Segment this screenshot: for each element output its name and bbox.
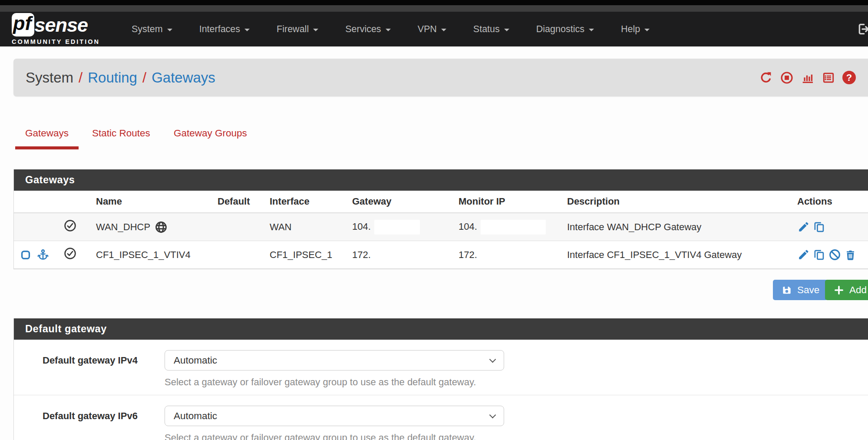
- copy-icon[interactable]: [813, 248, 825, 261]
- col-default: Default: [211, 191, 264, 213]
- description-cell: Interface WAN_DHCP Gateway: [561, 213, 791, 241]
- description-cell: Interface CF1_IPSEC_1_VTIV4 Gateway: [561, 241, 791, 269]
- globe-icon: [155, 221, 168, 234]
- breadcrumb-routing-link[interactable]: Routing: [88, 69, 137, 86]
- field-help-text: Select a gateway or failover gateway gro…: [165, 432, 868, 440]
- default-gateway-panel-title: Default gateway: [14, 318, 868, 340]
- top-gray-strip: [0, 5, 868, 12]
- plus-icon: [833, 285, 845, 296]
- chevron-down-icon: [244, 29, 250, 31]
- menu-system[interactable]: System: [118, 24, 186, 35]
- pfsense-logo-wordmark: pf sense: [12, 13, 100, 36]
- floppy-icon: [781, 285, 792, 296]
- chevron-down-icon: [489, 411, 496, 418]
- field-row-ipv4: Default gateway IPv4 Automatic Select a …: [14, 340, 868, 395]
- default-gateway-ipv4-label: Default gateway IPv4: [14, 350, 165, 388]
- square-outline-icon[interactable]: [20, 249, 31, 261]
- default-cell: [211, 241, 264, 269]
- actions-cell: [791, 241, 868, 269]
- tab-gateway-groups[interactable]: Gateway Groups: [162, 122, 259, 152]
- redacted-ip: [481, 220, 546, 235]
- gateway-cell: 104.: [346, 213, 452, 241]
- check-circle-icon: [63, 219, 77, 232]
- breadcrumb-system: System: [26, 69, 73, 86]
- copy-icon[interactable]: [813, 221, 825, 233]
- gateway-name: WAN_DHCP: [96, 222, 150, 233]
- status-cell: [57, 213, 90, 241]
- selected-value: Automatic: [174, 410, 217, 422]
- top-black-strip: [0, 0, 868, 5]
- interface-cell: CF1_IPSEC_1: [264, 241, 346, 269]
- status-cell: [57, 241, 90, 269]
- col-drag: [14, 191, 57, 213]
- interface-cell: WAN: [264, 213, 346, 241]
- leading-icons-cell: [14, 213, 57, 241]
- logo-sense-text: sense: [34, 15, 88, 36]
- menu-firewall[interactable]: Firewall: [263, 24, 332, 35]
- table-header-row: Name Default Interface Gateway Monitor I…: [14, 191, 868, 213]
- chevron-down-icon: [386, 29, 391, 31]
- menu-help[interactable]: Help: [607, 24, 663, 35]
- traffic-graph-icon[interactable]: [801, 71, 815, 85]
- breadcrumb-gateways-link[interactable]: Gateways: [152, 69, 215, 86]
- chevron-down-icon: [489, 356, 496, 363]
- field-help-text: Select a gateway or failover gateway gro…: [165, 377, 868, 388]
- table-row-cf1-ipsec: CF1_IPSEC_1_VTIV4 CF1_IPSEC_1 172. 172. …: [14, 241, 868, 269]
- breadcrumb-separator: /: [79, 69, 83, 86]
- log-icon[interactable]: [822, 71, 835, 85]
- gateway-cell: 172.: [346, 241, 452, 269]
- gateways-panel: Gateways Name Default Interface Gateway …: [13, 169, 868, 269]
- chevron-down-icon: [441, 29, 446, 31]
- actions-cell: [791, 213, 868, 241]
- breadcrumb-bar: System / Routing / Gateways: [13, 59, 868, 96]
- default-gateway-panel: Default gateway Default gateway IPv4 Aut…: [13, 318, 868, 440]
- stop-icon[interactable]: [780, 71, 794, 85]
- button-row: Save Add: [13, 280, 868, 300]
- refresh-icon[interactable]: [759, 71, 773, 85]
- save-button[interactable]: Save: [773, 280, 828, 300]
- help-icon[interactable]: ?: [842, 71, 856, 84]
- default-gateway-ipv6-label: Default gateway IPv6: [14, 406, 165, 440]
- logo-subtitle: COMMUNITY EDITION: [12, 38, 100, 45]
- edit-icon[interactable]: [797, 248, 810, 261]
- breadcrumb-separator: /: [142, 69, 146, 86]
- breadcrumb: System / Routing / Gateways: [26, 69, 215, 86]
- menu-interfaces[interactable]: Interfaces: [186, 24, 263, 35]
- monitor-ip-cell: 104.: [452, 213, 561, 241]
- default-cell: [211, 213, 264, 241]
- anchor-icon: [36, 248, 50, 261]
- pfsense-logo[interactable]: pf sense COMMUNITY EDITION: [12, 13, 100, 45]
- name-cell: WAN_DHCP: [90, 213, 211, 241]
- delete-icon[interactable]: [844, 248, 857, 261]
- default-gateway-ipv4-select[interactable]: Automatic: [165, 350, 504, 371]
- name-cell: CF1_IPSEC_1_VTIV4: [90, 241, 211, 269]
- edit-icon[interactable]: [797, 221, 810, 233]
- navbar-menu: System Interfaces Firewall Services VPN …: [118, 24, 663, 35]
- add-button[interactable]: Add: [825, 280, 868, 300]
- selected-value: Automatic: [174, 355, 217, 366]
- chevron-down-icon: [589, 29, 594, 31]
- col-description: Description: [561, 191, 791, 213]
- menu-services[interactable]: Services: [332, 24, 404, 35]
- field-row-ipv6: Default gateway IPv6 Automatic Select a …: [14, 395, 868, 440]
- tab-static-routes[interactable]: Static Routes: [80, 122, 162, 152]
- col-interface: Interface: [264, 191, 346, 213]
- menu-diagnostics[interactable]: Diagnostics: [523, 24, 607, 35]
- col-name: Name: [90, 191, 211, 213]
- tab-gateways[interactable]: Gateways: [13, 122, 80, 152]
- menu-status[interactable]: Status: [460, 24, 523, 35]
- disable-icon[interactable]: [828, 248, 841, 261]
- gateways-panel-title: Gateways: [14, 169, 868, 191]
- default-gateway-ipv6-select[interactable]: Automatic: [165, 406, 504, 426]
- leading-icons-cell: [14, 241, 57, 269]
- menu-vpn[interactable]: VPN: [404, 24, 460, 35]
- chevron-down-icon: [313, 29, 318, 31]
- table-row-wan-dhcp: WAN_DHCP WAN 104. 104. Interface WAN_DHC…: [14, 213, 868, 241]
- sign-out-icon[interactable]: [854, 22, 868, 36]
- col-actions: Actions: [791, 191, 868, 213]
- logo-pf-box: pf: [12, 13, 34, 36]
- tab-bar: Gateways Static Routes Gateway Groups: [13, 122, 868, 152]
- check-circle-icon: [63, 247, 77, 260]
- breadcrumb-action-icons: ?: [759, 71, 856, 85]
- chevron-down-icon: [644, 29, 650, 31]
